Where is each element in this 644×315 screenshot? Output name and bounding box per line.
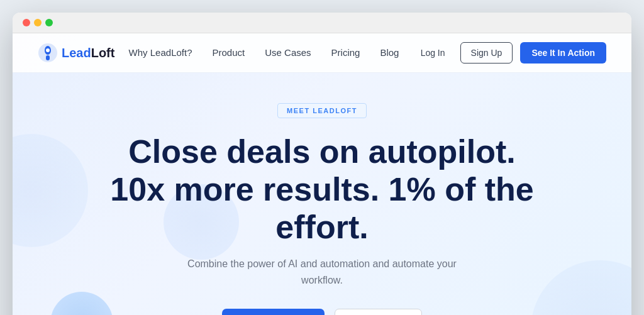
svg-rect-3 — [46, 55, 50, 60]
hero-section: MEET LEADLOFT Close deals on autopilot. … — [13, 73, 631, 315]
login-button[interactable]: Log In — [413, 43, 453, 63]
nav-cta-button[interactable]: See It In Action — [520, 42, 606, 64]
nav-item-blog[interactable]: Blog — [380, 47, 399, 58]
logo-icon — [38, 43, 58, 63]
browser-chrome — [13, 13, 631, 33]
maximize-dot[interactable] — [45, 19, 53, 26]
nav-item-pricing[interactable]: Pricing — [331, 47, 360, 58]
meet-badge: MEET LEADLOFT — [277, 103, 367, 118]
logo-text: LeadLoft — [62, 46, 114, 60]
browser-dots — [23, 19, 53, 26]
nav-links: Why LeadLoft? Product Use Cases Pricing … — [129, 47, 399, 58]
headline-line2: 10x more results. 1% of the effort. — [110, 171, 533, 245]
navbar: LeadLoft Why LeadLoft? Product Use Cases… — [13, 33, 631, 73]
close-dot[interactable] — [23, 19, 30, 26]
browser-window: LeadLoft Why LeadLoft? Product Use Cases… — [13, 13, 631, 315]
headline-line1: Close deals on autopilot. — [128, 133, 515, 170]
nav-actions: Log In Sign Up See It In Action — [413, 42, 606, 64]
nav-link-why[interactable]: Why LeadLoft? — [129, 47, 192, 58]
nav-item-product[interactable]: Product — [213, 47, 245, 58]
hero-subtext: Combine the power of AI and automation a… — [171, 256, 473, 288]
see-it-in-action-button[interactable]: See It In Action — [222, 309, 325, 315]
signup-button[interactable]: Sign Up — [460, 42, 513, 64]
hero-headline: Close deals on autopilot. 10x more resul… — [83, 133, 561, 246]
nav-item-use-cases[interactable]: Use Cases — [265, 47, 311, 58]
browser-body: LeadLoft Why LeadLoft? Product Use Cases… — [13, 33, 631, 315]
svg-point-2 — [46, 48, 50, 52]
logo[interactable]: LeadLoft — [38, 43, 114, 63]
nav-link-blog[interactable]: Blog — [380, 47, 399, 58]
get-started-button[interactable]: Get Started — [335, 309, 422, 315]
nav-link-use-cases[interactable]: Use Cases — [265, 47, 311, 58]
nav-item-why[interactable]: Why LeadLoft? — [129, 47, 192, 58]
hero-buttons: See It In Action Get Started — [222, 309, 423, 315]
nav-link-product[interactable]: Product — [213, 47, 245, 58]
minimize-dot[interactable] — [34, 19, 42, 26]
nav-link-pricing[interactable]: Pricing — [331, 47, 360, 58]
